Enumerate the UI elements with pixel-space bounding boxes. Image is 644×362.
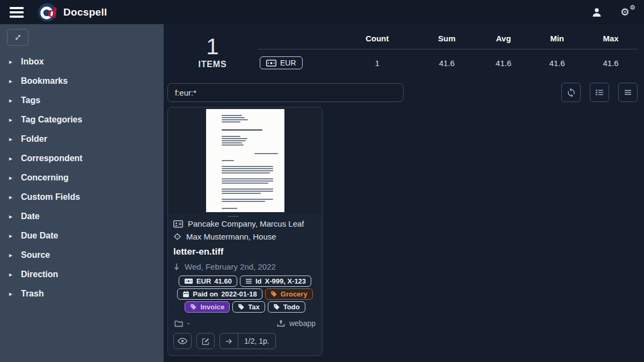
item-badges: EUR 41.60 Id X-999, X-123 (173, 276, 317, 313)
edit-icon[interactable] (196, 333, 215, 349)
menu-icon[interactable] (10, 7, 24, 18)
bars-icon[interactable] (618, 83, 638, 102)
currency-badge: EUR (260, 56, 303, 69)
sidebar-item-tags[interactable]: ▸Tags (0, 91, 164, 110)
arrow-right-icon[interactable] (220, 334, 238, 349)
sidebar-item-direction[interactable]: ▸Direction (0, 265, 164, 284)
sidebar-item-trash[interactable]: ▸Trash (0, 284, 164, 303)
caret-right-icon: ▸ (9, 271, 21, 278)
calendar-icon (182, 291, 189, 298)
item-date-line: Wed, February 2nd, 2022 (173, 262, 317, 271)
sidebar-item-inbox[interactable]: ▸Inbox (0, 52, 164, 71)
money-bill-icon (266, 60, 276, 67)
sidebar-item-due-date[interactable]: ▸Due Date (0, 226, 164, 245)
column-header-avg: Avg (477, 30, 530, 49)
sidebar-item-correspondent[interactable]: ▸Correspondent (0, 149, 164, 168)
document-preview[interactable] (168, 107, 322, 214)
tag-label: Todo (283, 303, 300, 311)
tag-icon (273, 303, 280, 310)
sidebar-item-label: Inbox (21, 57, 44, 67)
folder-value: - (187, 319, 190, 328)
pages-group: 1/2, 1p. (219, 333, 276, 349)
tag-icon (190, 303, 197, 310)
sidebar-item-label: Trash (21, 289, 44, 299)
folder-icon (174, 320, 183, 327)
tag-label: Tax (248, 303, 259, 311)
top-navbar: d Docspell ⚙⚙ (0, 0, 644, 24)
concerning-value[interactable]: Max Mustermann, House (186, 232, 276, 241)
caret-right-icon: ▸ (9, 58, 21, 66)
id-badge[interactable]: Id X-999, X-123 (240, 276, 311, 287)
document-thumbnail (206, 109, 284, 212)
stat-count: 1 (338, 49, 417, 70)
amount-currency: EUR (196, 277, 211, 285)
search-bar-row (167, 83, 638, 102)
concerning-line: Max Mustermann, House (173, 232, 317, 241)
search-input[interactable] (167, 83, 404, 102)
sidebar-item-bookmarks[interactable]: ▸Bookmarks (0, 71, 164, 91)
sidebar-item-source[interactable]: ▸Source (0, 245, 164, 265)
correspondent-value[interactable]: Pancake Company, Marcus Leaf (188, 219, 304, 228)
sidebar-item-label: Bookmarks (21, 76, 68, 86)
column-header-min: Min (530, 30, 584, 49)
stat-min: 41.6 (530, 49, 584, 70)
sidebar-item-label: Custom Fields (21, 192, 80, 202)
paid-on-badge[interactable]: Paid on 2022-01-18 (177, 288, 262, 300)
item-metadata: Pancake Company, Marcus Leaf Max Musterm… (168, 214, 322, 356)
caret-right-icon: ▸ (9, 77, 21, 85)
money-bill-icon (184, 278, 193, 284)
item-title[interactable]: letter-en.tiff (173, 247, 317, 257)
docspell-logo[interactable]: d (38, 3, 57, 22)
amount-badge[interactable]: EUR 41.60 (179, 276, 237, 287)
tag-badge-invoice[interactable]: Invoice (185, 301, 230, 313)
app-title: Docspell (63, 6, 107, 18)
stats-summary: 1 ITEMS Count Sum Avg Min Max (167, 28, 638, 69)
caret-right-icon: ▸ (9, 155, 21, 162)
gears-icon[interactable]: ⚙⚙ (620, 6, 634, 19)
sidebar-item-label: Date (21, 212, 40, 221)
sidebar-item-tag-categories[interactable]: ▸Tag Categories (0, 110, 164, 129)
stat-max: 41.6 (584, 49, 638, 70)
caret-right-icon: ▸ (9, 174, 21, 182)
card-actions: 1/2, 1p. (173, 333, 317, 349)
tag-badge-todo[interactable]: Todo (268, 301, 305, 313)
caret-right-icon: ▸ (9, 251, 21, 259)
caret-right-icon: ▸ (9, 116, 21, 124)
folder-info: - (174, 319, 190, 328)
tag-icon (270, 291, 277, 298)
sidebar: ▸Inbox ▸Bookmarks ▸Tags ▸Tag Categories … (0, 24, 164, 362)
sidebar-item-label: Concerning (21, 173, 69, 183)
tag-badge-grocery[interactable]: Grocery (265, 288, 313, 300)
caret-right-icon: ▸ (9, 97, 21, 104)
tag-icon (238, 303, 245, 310)
sidebar-item-label: Correspondent (21, 154, 83, 163)
stat-sum: 41.6 (417, 49, 477, 70)
sidebar-item-label: Folder (21, 134, 47, 144)
sidebar-item-label: Tags (21, 96, 40, 105)
caret-right-icon: ▸ (9, 193, 21, 201)
sidebar-item-concerning[interactable]: ▸Concerning (0, 168, 164, 187)
user-icon[interactable] (591, 7, 602, 18)
arrow-down-icon (173, 263, 180, 271)
source-value: webapp (289, 319, 316, 328)
currency-column-header (258, 30, 338, 49)
amount-value: 41.60 (214, 277, 232, 285)
sidebar-item-date[interactable]: ▸Date (0, 207, 164, 226)
card-footer: - webapp (173, 319, 317, 328)
stat-avg: 41.6 (477, 49, 530, 70)
source-info: webapp (277, 319, 316, 328)
list-check-icon[interactable] (590, 83, 609, 102)
tag-badge-tax[interactable]: Tax (232, 301, 265, 313)
caret-right-icon: ▸ (9, 135, 21, 143)
eye-icon[interactable] (173, 333, 192, 349)
upload-icon (277, 320, 285, 327)
refresh-icon[interactable] (561, 83, 581, 102)
list-lines-icon (245, 278, 252, 284)
item-count-block: 1 ITEMS (167, 28, 258, 69)
sidebar-item-folder[interactable]: ▸Folder (0, 129, 164, 149)
expand-icon[interactable] (7, 29, 28, 46)
sidebar-item-custom-fields[interactable]: ▸Custom Fields (0, 187, 164, 207)
column-header-sum: Sum (417, 30, 477, 49)
tag-label: Invoice (200, 303, 224, 311)
crosshair-icon (173, 233, 181, 241)
